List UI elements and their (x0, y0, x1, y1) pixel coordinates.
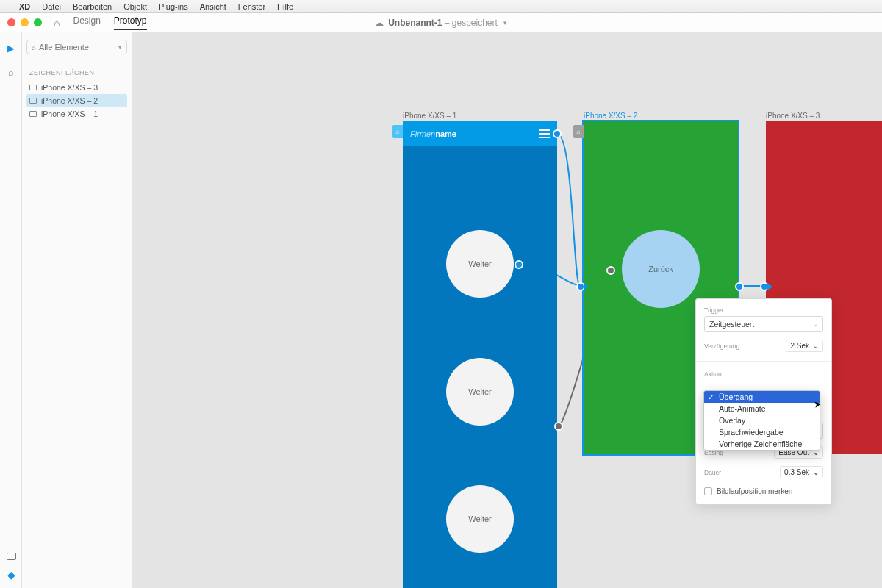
wire-arrow-icon (767, 283, 772, 290)
duration-label: Dauer (704, 469, 721, 476)
titlebar: ⌂ Design Prototyp ☁ Unbenannt-1 – gespei… (0, 13, 882, 32)
duration-select[interactable]: 0.3 Sek⌄ (780, 466, 823, 478)
brand-label: Firmenname (410, 129, 456, 138)
doc-status: – gespeichert (445, 18, 498, 28)
weiter-button[interactable]: Weiter (446, 358, 514, 426)
minimize-icon[interactable] (21, 18, 29, 26)
trigger-label: Trigger (704, 306, 823, 314)
home-icon[interactable]: ⌂ (54, 17, 60, 29)
artboard-item[interactable]: iPhone X/XS – 3 (26, 81, 127, 94)
artboard-item[interactable]: iPhone X/XS – 1 (26, 107, 127, 121)
layers-icon[interactable]: ◆ (7, 569, 15, 581)
action-label: Aktion (704, 370, 823, 378)
tab-prototype[interactable]: Prototyp (114, 15, 147, 30)
wire-node[interactable] (735, 282, 744, 291)
artboard-icon (29, 85, 37, 90)
select-tool-icon[interactable]: ▶ (7, 43, 15, 54)
zurueck-button[interactable]: Zurück (622, 230, 700, 308)
action-dropdown: Übergang Auto-Animate Overlay Sprachwied… (703, 390, 820, 451)
dropdown-item[interactable]: Übergang (704, 391, 820, 403)
trigger-select[interactable]: Zeitgesteuert⌄ (704, 316, 823, 332)
cursor-icon: ➤ (813, 398, 822, 410)
dropdown-item[interactable]: Auto-Animate (704, 403, 820, 415)
menu-help[interactable]: Hilfe (277, 2, 293, 11)
section-label: ZEICHENFLÄCHEN (29, 69, 124, 76)
artboard-label[interactable]: iPhone X/XS – 1 (403, 112, 456, 120)
chevron-down-icon: ⌄ (813, 342, 819, 350)
home-badge-icon[interactable]: ⌂ (573, 125, 584, 138)
canvas[interactable]: iPhone X/XS – 1 iPhone X/XS – 2 iPhone X… (132, 32, 882, 588)
mac-menubar: XD Datei Bearbeiten Objekt Plug-ins Ansi… (0, 0, 882, 13)
delay-label: Verzögerung (704, 343, 739, 350)
menu-file[interactable]: Datei (42, 2, 61, 11)
delay-select[interactable]: 2 Sek⌄ (786, 340, 823, 352)
filter-select[interactable]: ⌕Alle Elemente ▾ (26, 40, 127, 54)
dropdown-item[interactable]: Sprachwiedergabe (704, 426, 820, 438)
mode-tabs: Design Prototyp (73, 15, 146, 30)
wire-node[interactable] (554, 422, 563, 431)
filter-label: Alle Elemente (39, 43, 89, 51)
cloud-icon: ☁ (375, 18, 384, 28)
chevron-down-icon[interactable]: ▾ (503, 19, 507, 26)
chevron-down-icon: ▾ (118, 43, 122, 51)
doc-name: Unbenannt-1 (388, 18, 442, 28)
artboard-label[interactable]: iPhone X/XS – 2 (584, 112, 637, 120)
wire-node[interactable] (514, 260, 523, 269)
menu-edit[interactable]: Bearbeiten (73, 2, 112, 11)
document-title[interactable]: ☁ Unbenannt-1 – gespeichert ▾ (375, 18, 507, 28)
tab-design[interactable]: Design (73, 15, 100, 30)
chevron-down-icon: ⌄ (813, 468, 819, 476)
chevron-down-icon: ⌄ (812, 320, 818, 328)
artboard-icon (29, 98, 37, 104)
artboard-label[interactable]: iPhone X/XS – 3 (766, 112, 820, 120)
checkbox-icon (704, 487, 712, 495)
artboard-item-label: iPhone X/XS – 3 (41, 83, 98, 92)
wire-node[interactable] (553, 129, 562, 138)
artboards-panel: ⌕Alle Elemente ▾ ZEICHENFLÄCHEN iPhone X… (22, 32, 132, 588)
mock-header: Firmenname (403, 121, 557, 146)
dropdown-item[interactable]: Overlay (704, 415, 820, 426)
hamburger-icon[interactable] (539, 129, 550, 138)
dropdown-item[interactable]: Vorherige Zeichenfläche (704, 438, 820, 450)
close-icon[interactable] (7, 18, 15, 26)
window-controls (0, 18, 49, 26)
libraries-icon[interactable] (7, 553, 16, 560)
magnifier-icon: ⌕ (32, 43, 36, 51)
menu-window[interactable]: Fenster (238, 2, 265, 11)
search-icon[interactable]: ⌕ (8, 67, 14, 78)
tool-rail: ▶ ⌕ ◆ (0, 32, 22, 588)
menu-app[interactable]: XD (19, 2, 30, 11)
preserve-scroll-checkbox[interactable]: Bildlaufposition merken (704, 487, 823, 495)
weiter-button[interactable]: Weiter (446, 230, 514, 298)
checkbox-label: Bildlaufposition merken (717, 487, 792, 495)
menu-plugins[interactable]: Plug-ins (159, 2, 188, 11)
artboard-item-label: iPhone X/XS – 1 (41, 110, 98, 118)
artboard-item-label: iPhone X/XS – 2 (41, 96, 98, 105)
artboard-item[interactable]: iPhone X/XS – 2 (26, 94, 127, 107)
wire-node[interactable] (606, 266, 615, 275)
artboard-icon (29, 111, 37, 117)
menu-view[interactable]: Ansicht (200, 2, 226, 11)
home-badge-icon[interactable]: ⌂ (392, 125, 403, 138)
wire-arrow-icon (584, 283, 589, 290)
menu-object[interactable]: Objekt (123, 2, 147, 11)
maximize-icon[interactable] (34, 18, 42, 26)
weiter-button[interactable]: Weiter (446, 485, 514, 553)
artboard-1[interactable]: ⌂ Firmenname Weiter Weiter Weiter (403, 121, 557, 588)
